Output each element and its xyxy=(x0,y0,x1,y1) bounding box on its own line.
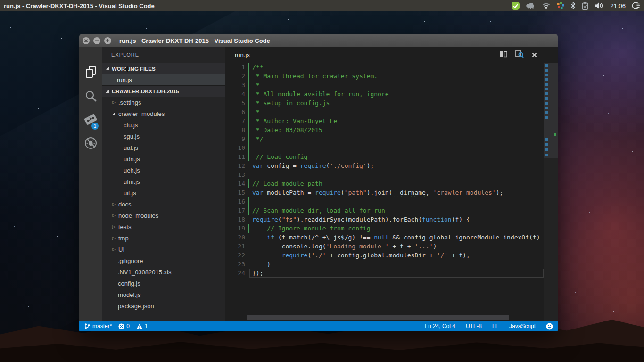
file-package.json[interactable]: package.json xyxy=(102,300,225,312)
volume-icon[interactable] xyxy=(594,1,604,10)
warning-mark xyxy=(554,133,556,136)
file-config.js[interactable]: config.js xyxy=(102,278,225,289)
status-bar: master* 0 1 Ln 24, Col 4 UTF-8 LF JavaSc… xyxy=(79,321,558,331)
eol-indicator[interactable]: LF xyxy=(492,323,499,329)
working-file-run.js[interactable]: run.js xyxy=(102,74,225,85)
split-editor-icon[interactable] xyxy=(500,51,507,59)
code-line-4[interactable]: 4 * All module avaible for run, ignore xyxy=(225,90,544,99)
code-line-6[interactable]: 6 * xyxy=(225,107,544,116)
code-line-2[interactable]: 2 * Main thread for crawler system. xyxy=(225,72,544,81)
activity-search-button[interactable] xyxy=(79,84,102,107)
window-maximize-button[interactable] xyxy=(104,37,111,44)
session-menu-icon[interactable] xyxy=(632,1,640,10)
modified-line-mark xyxy=(545,83,548,86)
file-uaf.js[interactable]: uaf.js xyxy=(102,142,225,153)
modified-line-mark xyxy=(545,88,548,90)
activity-debug-button[interactable] xyxy=(79,131,102,155)
file-ctu.js[interactable]: ctu.js xyxy=(102,119,225,131)
modified-line-mark xyxy=(545,138,548,141)
modified-line-mark xyxy=(545,154,548,156)
file-uit.js[interactable]: uit.js xyxy=(102,187,225,198)
code-line-18[interactable]: 18require("fs").readdirSync(modulePath).… xyxy=(225,215,544,224)
code-line-3[interactable]: 3 * xyxy=(225,81,544,90)
file-sgu.js[interactable]: sgu.js xyxy=(102,131,225,142)
modified-line-mark xyxy=(545,107,548,109)
activity-explorer-button[interactable] xyxy=(79,60,102,84)
code-line-13[interactable]: 13 xyxy=(225,170,544,179)
git-branch-indicator[interactable]: master* xyxy=(84,323,112,329)
activity-git-button[interactable]: 1 xyxy=(79,107,102,131)
wifi-icon[interactable] xyxy=(542,1,551,10)
code-line-21[interactable]: 21 console.log('Loading module ' + f + '… xyxy=(225,242,544,251)
modified-line-mark xyxy=(545,143,548,146)
warnings-indicator[interactable]: 1 xyxy=(136,323,148,329)
code-line-7[interactable]: 7 * Author: Van-Duyet Le xyxy=(225,116,544,125)
cloud-icon[interactable] xyxy=(526,1,536,10)
cursor-position[interactable]: Ln 24, Col 4 xyxy=(425,323,455,329)
code-line-20[interactable]: 20 if (f.match(/^.+\.js$/g) !== null && … xyxy=(225,233,544,242)
code-line-14[interactable]: 14// Load module path xyxy=(225,179,544,188)
file-.gitignore[interactable]: .gitignore xyxy=(102,255,225,266)
horizontal-scrollbar[interactable] xyxy=(247,315,509,320)
feedback-smiley[interactable] xyxy=(546,323,553,330)
presence-check-icon[interactable] xyxy=(512,1,520,10)
code-line-1[interactable]: 1/** xyxy=(225,63,544,72)
editor-title-bar: run.js xyxy=(225,47,558,63)
errors-indicator[interactable]: 0 xyxy=(118,323,130,329)
code-line-17[interactable]: 17// Scan module dir, load all for run xyxy=(225,206,544,215)
folder-UI[interactable]: ▷UI xyxy=(102,244,225,255)
code-line-24[interactable]: 24}); xyxy=(225,269,544,278)
code-line-12[interactable]: 12var config = require('./config'); xyxy=(225,161,544,170)
overview-ruler[interactable] xyxy=(544,63,558,321)
code-line-19[interactable]: 19 // Ignore module from config. xyxy=(225,224,544,233)
folder-crawler_modules[interactable]: crawler_modules xyxy=(102,108,225,119)
file-ueh.js[interactable]: ueh.js xyxy=(102,165,225,176)
active-view-wedge xyxy=(124,66,128,73)
code-line-11[interactable]: 11 // Load config xyxy=(225,152,544,161)
open-file-name[interactable]: run.js xyxy=(235,51,250,58)
window-close-button[interactable] xyxy=(83,37,90,44)
clock[interactable]: 21:06 xyxy=(610,2,626,9)
file-.NV1_03082015.xls[interactable]: .NV1_03082015.xls xyxy=(102,266,225,278)
code-line-10[interactable]: 10 xyxy=(225,143,544,152)
vscode-window: run.js - Crawler-DKXT-DH-2015 - Visual S… xyxy=(79,34,558,331)
code-line-15[interactable]: 15var modulePath = require("path").join(… xyxy=(225,188,544,197)
modified-line-mark xyxy=(545,116,548,119)
folder-tmp[interactable]: ▷tmp xyxy=(102,232,225,244)
code-line-22[interactable]: 22 require('./' + config.global.modulesD… xyxy=(225,251,544,260)
language-mode[interactable]: JavaScript xyxy=(509,323,536,329)
code-line-8[interactable]: 8 * Date: 03/08/2015 xyxy=(225,125,544,134)
file-ufm.js[interactable]: ufm.js xyxy=(102,176,225,187)
folder-node_modules[interactable]: ▷node_modules xyxy=(102,210,225,221)
code-line-23[interactable]: 23 } xyxy=(225,260,544,269)
preview-search-icon[interactable] xyxy=(515,50,524,60)
debug-icon xyxy=(84,136,98,150)
bluetooth-icon[interactable] xyxy=(570,1,576,10)
folder-docs[interactable]: ▷docs xyxy=(102,198,225,210)
error-count: 0 xyxy=(126,323,130,329)
branch-icon xyxy=(84,323,91,329)
folder-.settings[interactable]: ▷.settings xyxy=(102,97,225,108)
project-section-header[interactable]: CRAWLER-DKXT-DH-2015 xyxy=(102,85,225,97)
close-icon[interactable] xyxy=(532,51,537,59)
folder-tests[interactable]: ▷tests xyxy=(102,221,225,232)
encoding-indicator[interactable]: UTF-8 xyxy=(466,323,482,329)
working-files-section-header[interactable]: WORKING FILES xyxy=(102,63,225,74)
search-icon xyxy=(84,90,97,102)
clipboard-check-icon[interactable] xyxy=(582,1,588,10)
color-grid-icon[interactable] xyxy=(557,1,564,10)
file-model.js[interactable]: model.js xyxy=(102,289,225,300)
window-minimize-button[interactable] xyxy=(93,37,100,44)
expand-arrow-icon: ▷ xyxy=(112,100,116,105)
file-udn.js[interactable]: udn.js xyxy=(102,153,225,165)
code-line-5[interactable]: 5 * setup in config.js xyxy=(225,99,544,107)
code-area[interactable]: 1/**2 * Main thread for crawler system.3… xyxy=(225,63,544,321)
warning-icon xyxy=(136,323,143,329)
section-label: CRAWLER-DKXT-DH-2015 xyxy=(112,89,179,94)
working-files-list: run.js xyxy=(102,74,225,85)
code-line-9[interactable]: 9 */ xyxy=(225,134,544,143)
sidebar-header: EXPLORE xyxy=(102,47,225,63)
window-titlebar[interactable]: run.js - Crawler-DKXT-DH-2015 - Visual S… xyxy=(79,34,558,47)
system-top-bar: run.js - Crawler-DKXT-DH-2015 - Visual S… xyxy=(0,0,644,11)
code-line-16[interactable]: 16 xyxy=(225,197,544,206)
